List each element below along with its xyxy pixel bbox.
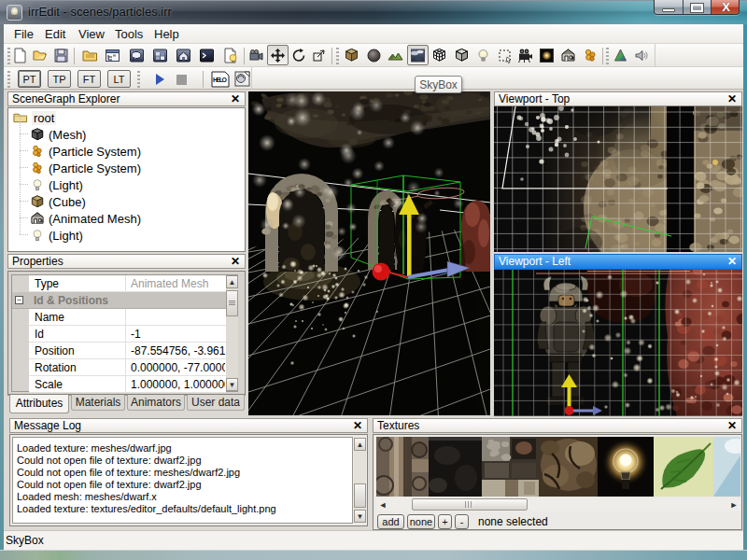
svg-text:HELO: HELO <box>213 77 228 83</box>
